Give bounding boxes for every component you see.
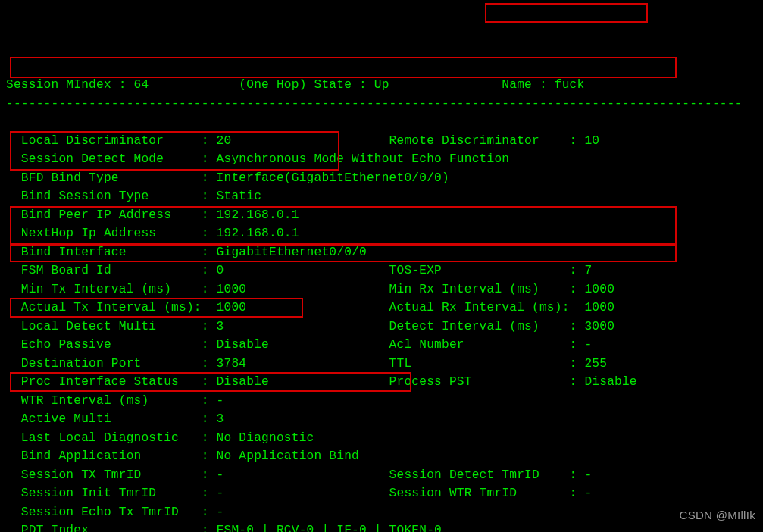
terminal-output: Session MIndex : 64 (One Hop) State : Up…	[6, 76, 763, 532]
watermark: CSDN @MIllIk	[680, 506, 756, 525]
highlight-name	[485, 3, 648, 23]
highlight-discriminator	[10, 57, 677, 78]
